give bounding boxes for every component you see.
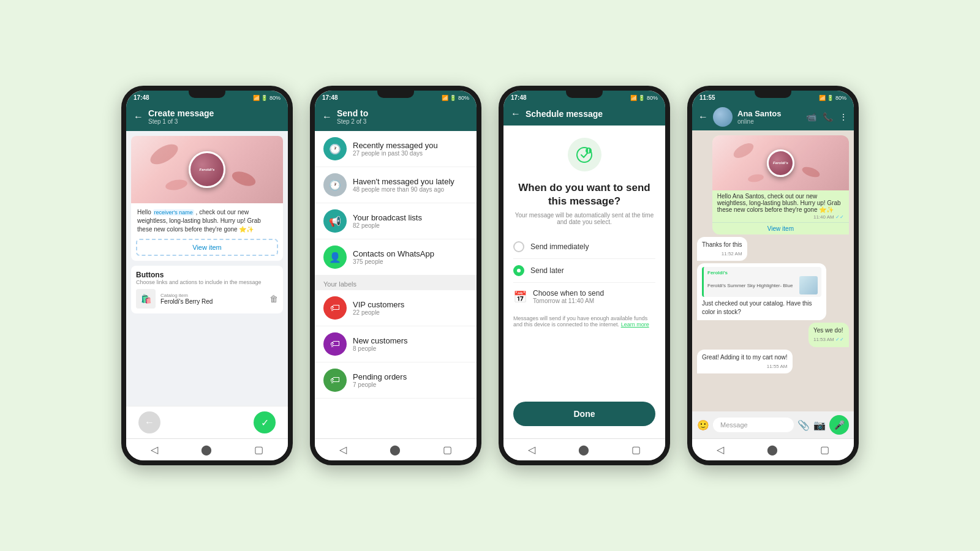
content-2: 🕐 Recently messaged you 27 people in pas… [315, 131, 477, 438]
nav-home-3[interactable]: ⬤ [578, 444, 589, 455]
pending-info: Pending orders 7 people [353, 372, 468, 388]
chat-name: Ana Santos [737, 109, 782, 118]
schedule-subtitle: Your message will be automatically sent … [513, 212, 655, 225]
new-count: 8 people [353, 345, 468, 352]
schedule-row[interactable]: 📅 Choose when to send Tomorrow at 11:40 … [513, 283, 655, 310]
message-text-1: Hello receiver's name , check out our ne… [131, 203, 283, 236]
phone-send-to: 17:48 📶 🔋 80% ← Send to Step 2 of 3 🕐 Re… [310, 86, 481, 465]
in-time-1: 11:52 AM [702, 250, 742, 257]
icons-1: 📶 🔋 80% [253, 95, 281, 101]
vip-info: VIP customers 22 people [353, 300, 468, 316]
header-3: ← Schedule message [503, 103, 665, 126]
send-option-1[interactable]: 🕐 Haven't messaged you lately 48 people … [315, 167, 477, 203]
view-item-btn-1[interactable]: View item [136, 239, 278, 256]
svg-point-2 [165, 178, 188, 192]
attach-icon[interactable]: 📎 [797, 419, 810, 431]
catalog-name: Feroldi's Berry Red [160, 298, 265, 305]
more-icon[interactable]: ⋮ [839, 112, 848, 122]
mic-button[interactable]: 🎤 [829, 415, 849, 435]
radio-later[interactable]: Send later [513, 259, 655, 283]
schedule-icon [568, 138, 601, 171]
camera-icon[interactable]: 📷 [813, 419, 826, 431]
phone-chat: 11:55 📶 🔋 80% ← Ana Santos online 📹 📞 ⋮ [687, 86, 859, 465]
bubble-out-2: Yes we do! 11:53 AM ✓✓ [809, 323, 849, 347]
schedule-content: When do you want to send this message? Y… [503, 126, 665, 438]
delete-icon[interactable]: 🗑 [270, 294, 278, 304]
label-new[interactable]: 🏷 New customers 8 people [315, 326, 477, 362]
header-1: ← Create message Step 1 of 3 [126, 103, 288, 131]
nav-home-2[interactable]: ⬤ [390, 444, 401, 455]
product-image-1: Feroldi's [131, 136, 283, 203]
send-name-0: Recently messaged you [353, 141, 468, 150]
radio-circle-later [513, 265, 524, 276]
product-label-chat: Feroldi's [773, 161, 788, 165]
emoji-icon[interactable]: 🙂 [697, 419, 709, 431]
nav-square-2[interactable]: ▢ [443, 444, 452, 455]
radio-circle-immediately [513, 241, 524, 252]
product-bubble: Feroldi's Hello Ana Santos, check out ou… [712, 135, 849, 234]
send-desc-1: 48 people more than 90 days ago [353, 186, 468, 193]
chat-content: Feroldi's Hello Ana Santos, check out ou… [692, 130, 854, 411]
nav-back-3[interactable]: ◁ [528, 444, 535, 455]
new-info: New customers 8 people [353, 336, 468, 352]
catalog-thumb: 🛍️ [136, 289, 156, 309]
pending-icon: 🏷 [323, 369, 347, 392]
label-vip[interactable]: 🏷 VIP customers 22 people [315, 290, 477, 326]
schedule-title: When do you want to send this message? [513, 181, 655, 208]
nav-home-4[interactable]: ⬤ [767, 444, 778, 455]
svg-point-0 [147, 140, 181, 168]
quote-thumb [799, 276, 818, 294]
nav-square-1[interactable]: ▢ [254, 444, 263, 455]
send-info-2: Your broadcast lists 82 people [353, 213, 468, 229]
quote-name: Feroldi's Summer Sky Highlighter- Blue [707, 282, 797, 289]
send-option-3[interactable]: 👤 Contacts on WhatsApp 375 people [315, 239, 477, 276]
content-1: Feroldi's Hello receiver's name , check … [126, 131, 288, 406]
vip-name: VIP customers [353, 300, 468, 309]
done-button[interactable]: Done [513, 402, 655, 426]
status-bar-4: 11:55 📶 🔋 80% [692, 91, 854, 103]
view-item-chat[interactable]: View item [712, 222, 849, 234]
call-icon[interactable]: 📞 [823, 112, 833, 122]
send-option-0[interactable]: 🕐 Recently messaged you 27 people in pas… [315, 131, 477, 167]
new-customers-icon: 🏷 [323, 332, 347, 356]
learn-more-link[interactable]: Learn more [621, 321, 649, 328]
radio-label-later: Send later [530, 266, 564, 275]
back-icon-4[interactable]: ← [698, 111, 708, 122]
note-text: Messages will send if you have enough av… [513, 315, 655, 328]
next-button-1[interactable]: ✓ [254, 411, 276, 433]
nav-back-2[interactable]: ◁ [339, 444, 347, 455]
buttons-title: Buttons [136, 271, 278, 279]
phone-create-message: 17:48 📶 🔋 80% ← Create message Step 1 of… [121, 86, 293, 465]
svg-point-5 [588, 152, 589, 152]
message-input[interactable]: Message [713, 418, 794, 432]
send-info-0: Recently messaged you 27 people in past … [353, 141, 468, 157]
title-1: Create message [148, 108, 214, 118]
tick-1: ✓✓ [835, 214, 844, 220]
send-name-2: Your broadcast lists [353, 213, 468, 222]
tick-2: ✓✓ [835, 337, 844, 342]
status-bar-1: 17:48 📶 🔋 80% [126, 91, 288, 103]
back-button-1[interactable]: ← [138, 411, 160, 433]
feroldi-quote: Feroldi's Feroldi's Summer Sky Highlight… [702, 267, 821, 297]
nav-home-1[interactable]: ⬤ [201, 444, 212, 455]
nav-square-4[interactable]: ▢ [820, 444, 829, 455]
radio-immediately[interactable]: Send immediately [513, 235, 655, 259]
back-icon-1[interactable]: ← [134, 111, 143, 122]
chat-actions: 📹 📞 ⋮ [806, 112, 848, 122]
back-icon-3[interactable]: ← [511, 108, 521, 119]
nav-back-1[interactable]: ◁ [151, 444, 158, 455]
chat-status: online [737, 118, 782, 125]
back-icon-2[interactable]: ← [322, 111, 332, 122]
bubble-in-1: Thanks for this 11:52 AM [697, 237, 747, 261]
buttons-subtitle: Choose links and actions to include in t… [136, 279, 278, 285]
label-pending[interactable]: 🏷 Pending orders 7 people [315, 362, 477, 399]
send-option-2[interactable]: 📢 Your broadcast lists 82 people [315, 203, 477, 239]
send-name-3: Contacts on WhatsApp [353, 249, 468, 258]
phones-container: 17:48 📶 🔋 80% ← Create message Step 1 of… [85, 61, 895, 490]
receiver-tag: receiver's name [153, 209, 194, 216]
video-icon[interactable]: 📹 [806, 112, 816, 122]
bubble-in-quote: Feroldi's Feroldi's Summer Sky Highlight… [697, 263, 826, 320]
nav-back-4[interactable]: ◁ [717, 444, 724, 455]
nav-square-3[interactable]: ▢ [631, 444, 641, 455]
send-desc-3: 375 people [353, 258, 468, 265]
